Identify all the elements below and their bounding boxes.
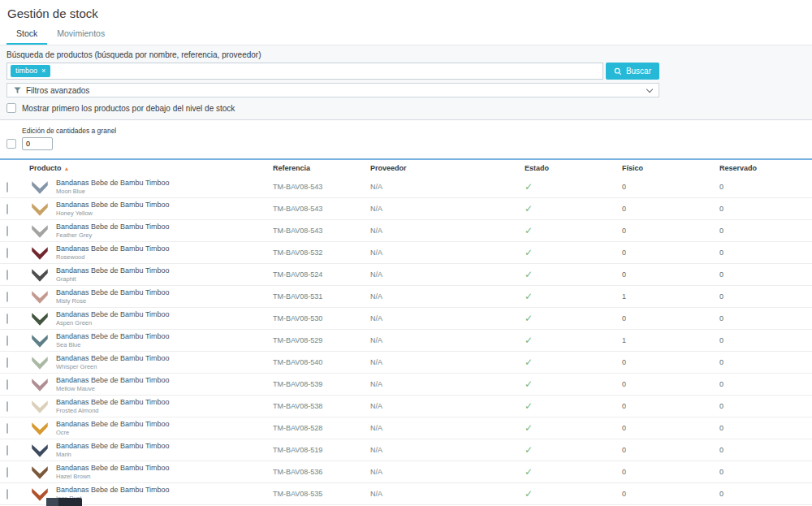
row-checkbox[interactable] <box>6 248 8 258</box>
column-producto[interactable]: Producto ▲ <box>29 164 273 172</box>
chevron-down-icon <box>646 85 653 92</box>
stock-table: Producto ▲ Referencia Proveedor Estado F… <box>0 158 812 506</box>
product-name[interactable]: Bandanas Bebe de Bambu Timboo <box>56 244 170 253</box>
row-checkbox[interactable] <box>6 357 8 368</box>
tab-bar: Stock Movimientos <box>0 24 812 45</box>
column-fisico[interactable]: Físico <box>622 164 719 172</box>
reference-cell: TM-BAV08-519 <box>273 446 370 454</box>
row-checkbox[interactable] <box>6 335 8 346</box>
row-checkbox[interactable] <box>6 270 8 280</box>
reserved-cell: 0 <box>719 358 812 366</box>
status-check-icon: ✓ <box>525 466 533 478</box>
product-thumbnail[interactable] <box>29 265 50 285</box>
product-thumbnail[interactable] <box>29 221 50 241</box>
reserved-cell: 0 <box>719 314 812 322</box>
select-all-checkbox[interactable] <box>6 139 16 149</box>
product-name[interactable]: Bandanas Bebe de Bambu Timboo <box>56 223 170 231</box>
supplier-cell: N/A <box>370 292 525 301</box>
bulk-edit-label: Edición de cantidades a granel <box>22 127 116 135</box>
row-checkbox[interactable] <box>6 445 8 456</box>
supplier-cell: N/A <box>370 402 525 410</box>
reference-cell: TM-BAV08-540 <box>273 358 370 366</box>
reference-cell: TM-BAV08-532 <box>273 249 370 257</box>
physical-cell: 0 <box>622 380 719 388</box>
product-thumbnail[interactable] <box>29 243 50 263</box>
product-thumbnail[interactable] <box>29 440 50 461</box>
product-variant: Frosted Almond <box>56 407 170 414</box>
tab-stock[interactable]: Stock <box>6 24 47 45</box>
supplier-cell: N/A <box>370 227 525 235</box>
supplier-cell: N/A <box>370 314 525 322</box>
reserved-cell: 0 <box>719 292 812 301</box>
product-thumbnail[interactable] <box>29 418 50 439</box>
reference-cell: TM-BAV08-529 <box>273 336 370 344</box>
supplier-cell: N/A <box>370 336 525 344</box>
search-input[interactable]: timboo × <box>6 63 603 80</box>
status-check-icon: ✓ <box>525 422 533 434</box>
physical-cell: 0 <box>622 490 719 498</box>
column-proveedor[interactable]: Proveedor <box>370 164 525 172</box>
product-thumbnail[interactable] <box>29 462 50 482</box>
supplier-cell: N/A <box>370 490 525 498</box>
product-thumbnail[interactable] <box>29 396 50 417</box>
tag-close-icon[interactable]: × <box>41 67 45 75</box>
product-name[interactable]: Bandanas Bebe de Bambu Timboo <box>56 310 170 319</box>
row-checkbox[interactable] <box>6 292 8 302</box>
product-name[interactable]: Bandanas Bebe de Bambu Timboo <box>56 201 170 210</box>
product-name[interactable]: Bandanas Bebe de Bambu Timboo <box>56 332 170 341</box>
product-name[interactable]: Bandanas Bebe de Bambu Timboo <box>56 464 170 473</box>
reserved-cell: 0 <box>719 446 812 454</box>
supplier-cell: N/A <box>370 446 525 454</box>
product-thumbnail[interactable] <box>29 199 50 219</box>
supplier-cell: N/A <box>370 205 525 213</box>
reference-cell: TM-BAV08-528 <box>273 424 370 432</box>
column-reservado[interactable]: Reservado <box>719 164 812 172</box>
bulk-edit-section: Edición de cantidades a granel <box>0 120 812 154</box>
row-checkbox[interactable] <box>6 182 8 192</box>
row-checkbox[interactable] <box>6 204 8 214</box>
product-variant: Whisper Green <box>56 363 170 370</box>
product-name[interactable]: Bandanas Bebe de Bambu Timboo <box>56 486 170 495</box>
search-button[interactable]: Buscar <box>606 63 659 80</box>
row-checkbox[interactable] <box>6 423 8 434</box>
reference-cell: TM-BAV08-538 <box>273 402 370 410</box>
tab-movimientos[interactable]: Movimientos <box>47 24 114 45</box>
supplier-cell: N/A <box>370 249 525 257</box>
table-header: Producto ▲ Referencia Proveedor Estado F… <box>0 160 812 176</box>
row-checkbox[interactable] <box>6 467 8 478</box>
product-name[interactable]: Bandanas Bebe de Bambu Timboo <box>56 354 170 363</box>
table-row: Bandanas Bebe de Bambu Timboo Ocre TM-BA… <box>0 417 812 439</box>
bulk-quantity-input[interactable] <box>22 137 53 150</box>
physical-cell: 0 <box>622 270 719 279</box>
row-checkbox[interactable] <box>6 314 8 324</box>
physical-cell: 0 <box>622 183 719 191</box>
column-referencia[interactable]: Referencia <box>273 164 370 172</box>
column-estado[interactable]: Estado <box>525 164 622 172</box>
product-thumbnail[interactable] <box>29 309 50 329</box>
supplier-cell: N/A <box>370 424 525 432</box>
physical-cell: 1 <box>622 336 719 344</box>
product-name[interactable]: Bandanas Bebe de Bambu Timboo <box>56 288 170 297</box>
product-thumbnail[interactable] <box>29 287 50 307</box>
row-checkbox[interactable] <box>6 489 8 500</box>
product-variant: Feather Grey <box>56 231 170 239</box>
product-thumbnail[interactable] <box>29 331 50 351</box>
advanced-filters-toggle[interactable]: Filtros avanzados <box>6 83 659 97</box>
row-checkbox[interactable] <box>6 401 8 412</box>
product-name[interactable]: Bandanas Bebe de Bambu Timboo <box>56 179 170 188</box>
product-name[interactable]: Bandanas Bebe de Bambu Timboo <box>56 420 170 429</box>
product-name[interactable]: Bandanas Bebe de Bambu Timboo <box>56 266 170 275</box>
product-name[interactable]: Bandanas Bebe de Bambu Timboo <box>56 376 170 385</box>
physical-cell: 0 <box>622 358 719 366</box>
product-thumbnail[interactable] <box>29 352 50 373</box>
product-name[interactable]: Bandanas Bebe de Bambu Timboo <box>56 442 170 451</box>
product-name[interactable]: Bandanas Bebe de Bambu Timboo <box>56 398 170 407</box>
physical-cell: 0 <box>622 402 719 410</box>
row-checkbox[interactable] <box>6 379 8 390</box>
search-panel: Búsqueda de productos (búsqueda por nomb… <box>0 45 812 120</box>
product-thumbnail[interactable] <box>29 177 50 197</box>
low-stock-checkbox[interactable] <box>6 103 16 113</box>
product-thumbnail[interactable] <box>29 374 50 395</box>
product-variant: Misty Rose <box>56 297 170 305</box>
row-checkbox[interactable] <box>6 226 8 236</box>
